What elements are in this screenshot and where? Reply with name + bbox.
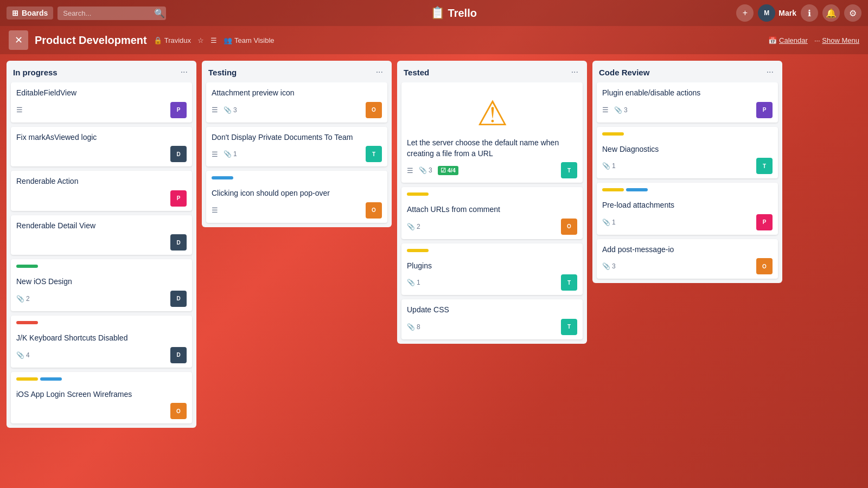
list-header: Code Review ···	[592, 61, 782, 82]
card-title: Update CSS	[407, 305, 577, 316]
card[interactable]: New Diagnostics 📎 1 T	[597, 127, 778, 179]
calendar-link[interactable]: 📅 Calendar	[768, 36, 807, 44]
bell-icon: 🔔	[826, 8, 837, 18]
attachment-count: 📎 8	[407, 323, 420, 331]
card-avatar: T	[561, 319, 577, 335]
settings-button[interactable]: ⚙	[844, 4, 861, 22]
workspace-name: Travidux	[164, 36, 191, 44]
card-footer: 📎 1 T	[602, 158, 773, 174]
attachment-count: 📎 1	[602, 219, 616, 226]
card-meta: 📎 2	[407, 223, 420, 230]
card[interactable]: Fix markAsViewed logic D	[11, 127, 192, 167]
add-icon: +	[743, 8, 748, 18]
card-meta: 📎 8	[407, 323, 420, 331]
card-meta: 📎 3	[602, 262, 616, 270]
lock-icon: 🔒	[154, 36, 162, 44]
checklist-badge: ☑ 4/4	[438, 166, 458, 175]
show-menu-link[interactable]: ··· Show Menu	[814, 36, 859, 44]
card[interactable]: New iOS Design 📎 2 D	[11, 259, 192, 311]
card-label	[16, 321, 38, 324]
paperclip-icon: 📎	[614, 106, 622, 114]
nav-right: + M Mark ℹ 🔔 ⚙	[736, 4, 861, 22]
notifications-button[interactable]: 🔔	[822, 4, 840, 22]
list-title: Code Review	[599, 68, 649, 77]
paperclip-icon: 📎	[419, 166, 427, 174]
list-menu-button[interactable]: ···	[178, 66, 190, 78]
card-footer: D	[16, 234, 187, 251]
card-footer: ☰ P	[16, 102, 187, 118]
visibility-label: 👥 Team Visible	[224, 36, 274, 44]
card[interactable]: Attach URLs from comment 📎 2 O	[401, 187, 583, 239]
list-menu-button[interactable]: ···	[374, 66, 385, 78]
workspace-link[interactable]: 🔒 Travidux	[154, 36, 191, 44]
card-avatar: D	[170, 347, 187, 363]
card-meta: 📎 2	[16, 295, 30, 303]
card[interactable]: Update CSS 📎 8 T	[401, 299, 583, 339]
calendar-icon: 📅	[768, 36, 777, 44]
warning-icon: ⚠	[407, 93, 577, 133]
card-avatar: O	[366, 102, 382, 118]
trello-logo: 📋 Trello	[430, 6, 477, 20]
card[interactable]: Clicking icon should open pop-over ☰ O	[206, 171, 387, 223]
card[interactable]: Plugin enable/disable actions ☰ 📎 3 P	[597, 82, 778, 123]
card-labels	[602, 188, 773, 196]
card-avatar: T	[756, 158, 773, 174]
card-footer: 📎 4 D	[16, 347, 187, 363]
info-button[interactable]: ℹ	[801, 4, 818, 22]
list-menu-button[interactable]: ···	[764, 66, 776, 78]
card[interactable]: ⚠ Let the server choose the default name…	[401, 82, 583, 183]
trello-logo-text: Trello	[448, 7, 477, 20]
description-icon: ☰	[212, 106, 218, 114]
card[interactable]: EditableFieldView ☰ P	[11, 82, 192, 123]
card-title: Renderable Detail View	[16, 221, 187, 232]
card-footer: P	[16, 190, 187, 207]
paperclip-icon: 📎	[602, 219, 610, 226]
card[interactable]: Don't Display Private Documents To Team …	[206, 127, 387, 167]
boards-label: Boards	[22, 9, 48, 17]
add-button[interactable]: +	[736, 4, 754, 22]
card-footer: ☰ 📎 3 O	[212, 102, 382, 118]
card-label	[40, 377, 62, 381]
list-cards: Plugin enable/disable actions ☰ 📎 3 P Ne…	[592, 82, 782, 283]
list-code-review: Code Review ··· Plugin enable/disable ac…	[592, 61, 782, 283]
list-header: Testing ···	[202, 61, 392, 82]
card[interactable]: Renderable Action P	[11, 171, 192, 211]
board-icon: ✕	[9, 30, 28, 50]
list-cards: ⚠ Let the server choose the default name…	[397, 82, 587, 344]
star-button[interactable]: ☆	[197, 36, 204, 44]
card-title: Attach URLs from comment	[407, 204, 577, 215]
card-avatar: D	[170, 234, 187, 251]
card[interactable]: iOS App Login Screen Wireframes O	[11, 372, 192, 424]
card-title: Renderable Action	[16, 176, 187, 187]
card-title: Clicking icon should open pop-over	[212, 188, 382, 199]
list-menu-button[interactable]: ···	[569, 66, 580, 78]
description-icon: ☰	[407, 166, 413, 175]
card-avatar: O	[366, 202, 382, 219]
paperclip-icon: 📎	[224, 106, 232, 114]
card-title: Plugin enable/disable actions	[602, 88, 773, 99]
list-title: In progress	[13, 68, 58, 77]
boards-button[interactable]: ⊞ Boards	[7, 7, 53, 20]
search-input[interactable]	[58, 7, 166, 20]
board-title: Product Development	[35, 34, 147, 47]
card-avatar: O	[170, 403, 187, 419]
card[interactable]: Plugins 📎 1 T	[401, 243, 583, 296]
card[interactable]: Pre-load attachments 📎 1 P	[597, 183, 778, 235]
card-avatar: P	[170, 190, 187, 207]
card[interactable]: Attachment preview icon ☰ 📎 3 O	[206, 82, 387, 123]
card[interactable]: Renderable Detail View D	[11, 215, 192, 255]
list-in-progress: In progress ··· EditableFieldView ☰ P	[7, 61, 196, 428]
list-tested: Tested ··· ⚠ Let the server choose the d…	[397, 61, 587, 344]
card-label	[602, 188, 624, 191]
user-menu[interactable]: M Mark	[758, 4, 796, 22]
list-testing: Testing ··· Attachment preview icon ☰ 📎 …	[202, 61, 392, 227]
list-title: Tested	[404, 68, 429, 77]
menu-lines-button[interactable]: ☰	[210, 36, 217, 44]
card[interactable]: Add post-message-io 📎 3 O	[597, 239, 778, 279]
attachment-count: 📎 2	[407, 223, 420, 230]
card[interactable]: J/K Keyboard Shortcuts Disabled 📎 4 D	[11, 316, 192, 368]
card-footer: ☰ 📎 3 P	[602, 102, 773, 118]
card-title: Let the server choose the default name w…	[407, 138, 577, 159]
paperclip-icon: 📎	[16, 351, 24, 359]
card-meta: 📎 1	[602, 219, 616, 226]
